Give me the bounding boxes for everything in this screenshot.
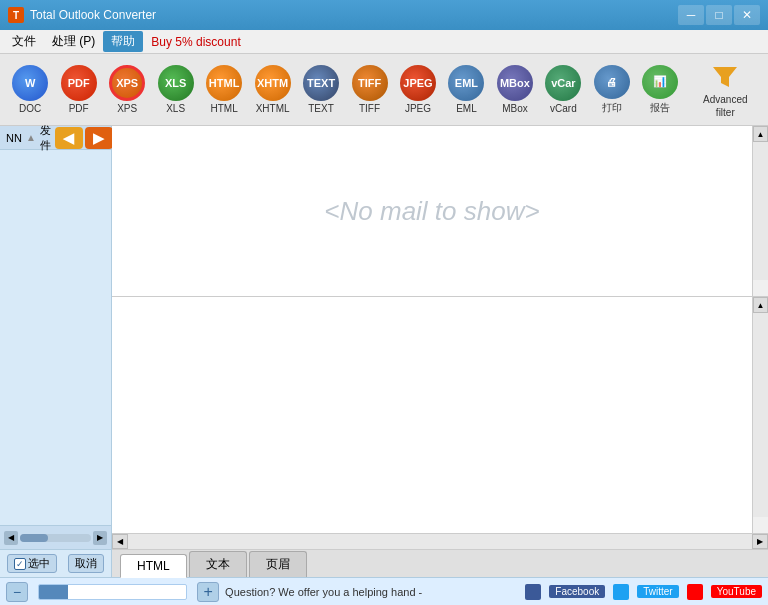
report-label: 报告	[650, 101, 670, 115]
facebook-icon	[525, 584, 541, 600]
select-button[interactable]: 选中	[7, 554, 57, 573]
scroll-left-arrow[interactable]: ◀	[4, 531, 18, 545]
print-label: 打印	[602, 101, 622, 115]
toolbar-btn-vcard[interactable]: vCarvCard	[541, 60, 585, 120]
advanced-filter-button[interactable]: Advanced filter	[691, 57, 761, 123]
toolbar-btn-jpeg[interactable]: JPEGJPEG	[396, 60, 440, 120]
pdf-label: PDF	[69, 103, 89, 114]
toolbar-btn-doc[interactable]: WDOC	[8, 60, 52, 120]
no-mail-text: <No mail to show>	[324, 196, 539, 227]
horiz-scroll-track	[128, 534, 752, 549]
advanced-filter-label: Advanced filter	[699, 93, 753, 119]
toolbar-btn-xps[interactable]: XPSXPS	[105, 60, 149, 120]
jpeg-icon: JPEG	[400, 65, 436, 101]
preview-horiz-scrollbar[interactable]: ◀ ▶	[112, 533, 768, 549]
vert-scroll-up[interactable]: ▲	[753, 126, 768, 142]
vert-scroll-track	[753, 142, 768, 280]
toolbar-btn-xhtml[interactable]: XHTMXHTML	[250, 60, 294, 120]
bottom-tabs: HTML 文本 页眉	[0, 549, 768, 577]
progress-bar	[38, 584, 187, 600]
toolbar-btn-tiff[interactable]: TIFFTIFF	[347, 60, 391, 120]
twitter-link[interactable]: Twitter	[637, 585, 678, 598]
doc-label: DOC	[19, 103, 41, 114]
toolbar-btn-print[interactable]: 🖨打印	[590, 60, 634, 120]
tiff-label: TIFF	[359, 103, 380, 114]
horizontal-scrollbar-thumb	[20, 534, 48, 542]
decrement-button[interactable]: −	[6, 582, 28, 602]
tab-html[interactable]: HTML	[120, 554, 187, 578]
xhtml-label: XHTML	[256, 103, 290, 114]
xps-label: XPS	[117, 103, 137, 114]
toolbar: WDOCPDFPDFXPSXPSXLSXLSHTMLHTMLXHTMXHTMLT…	[0, 54, 768, 126]
toolbar-btn-mbox[interactable]: MBoxMBox	[493, 60, 537, 120]
mail-preview-content	[112, 297, 752, 533]
doc-icon: W	[12, 65, 48, 101]
progress-fill	[39, 585, 68, 599]
left-bottom-buttons: 选中 取消	[0, 549, 112, 577]
horizontal-scrollbar-track[interactable]	[20, 534, 91, 542]
tab-page[interactable]: 页眉	[249, 551, 307, 577]
xls-icon: XLS	[158, 65, 194, 101]
vcard-label: vCard	[550, 103, 577, 114]
toolbar-btn-text[interactable]: TEXTTEXT	[299, 60, 343, 120]
preview-scroll-up[interactable]: ▲	[753, 297, 768, 313]
left-panel-header: NN ▲ 发件 ◀ ▶	[0, 126, 111, 150]
social-links: Facebook Twitter YouTube	[525, 584, 762, 600]
toolbar-btn-eml[interactable]: EMLEML	[444, 60, 488, 120]
mbox-label: MBox	[502, 103, 528, 114]
nav-arrow-left-button[interactable]: ◀	[55, 127, 83, 149]
maximize-button[interactable]: □	[706, 5, 732, 25]
preview-vert-scrollbar[interactable]: ▲ ▼	[752, 297, 768, 533]
select-label: 选中	[28, 556, 50, 571]
youtube-link[interactable]: YouTube	[711, 585, 762, 598]
nav-arrow-right-button[interactable]: ▶	[85, 127, 113, 149]
title-bar-text: Total Outlook Converter	[30, 8, 678, 22]
toolbar-btn-report[interactable]: 📊报告	[638, 60, 682, 120]
preview-scroll-track	[753, 313, 768, 517]
tab-text[interactable]: 文本	[189, 551, 247, 577]
eml-label: EML	[456, 103, 477, 114]
right-panel: <No mail to show> ▲ ▼ ▲ ▼ ◀ ▶	[112, 126, 768, 549]
toolbar-btn-pdf[interactable]: PDFPDF	[56, 60, 100, 120]
pdf-icon: PDF	[61, 65, 97, 101]
menu-discount[interactable]: Buy 5% discount	[143, 33, 248, 51]
right-vert-scrollbar[interactable]: ▲ ▼	[752, 126, 768, 296]
col-mail: 发件	[40, 123, 51, 153]
toolbar-btn-html[interactable]: HTMLHTML	[202, 60, 246, 120]
print-icon: 🖨	[594, 65, 630, 99]
vcard-icon: vCar	[545, 65, 581, 101]
left-panel: NN ▲ 发件 ◀ ▶ ◀ ▶	[0, 126, 112, 549]
eml-icon: EML	[448, 65, 484, 101]
cancel-button[interactable]: 取消	[68, 554, 104, 573]
scroll-right-arrow[interactable]: ▶	[93, 531, 107, 545]
youtube-icon	[687, 584, 703, 600]
filter-icon	[709, 61, 741, 93]
mbox-icon: MBox	[497, 65, 533, 101]
menu-bar: 文件 处理 (P) 帮助 Buy 5% discount	[0, 30, 768, 54]
toolbar-btn-xls[interactable]: XLSXLS	[153, 60, 197, 120]
text-icon: TEXT	[303, 65, 339, 101]
close-button[interactable]: ✕	[734, 5, 760, 25]
facebook-link[interactable]: Facebook	[549, 585, 605, 598]
left-panel-content[interactable]	[0, 150, 111, 525]
xhtml-icon: XHTM	[255, 65, 291, 101]
status-text: Question? We offer you a helping hand -	[225, 586, 519, 598]
menu-process[interactable]: 处理 (P)	[44, 31, 103, 52]
horiz-scroll-right[interactable]: ▶	[752, 534, 768, 549]
horiz-scroll-left[interactable]: ◀	[112, 534, 128, 549]
xls-label: XLS	[166, 103, 185, 114]
col-nn: NN	[6, 132, 22, 144]
report-icon: 📊	[642, 65, 678, 99]
app-icon: T	[8, 7, 24, 23]
twitter-icon	[613, 584, 629, 600]
menu-file[interactable]: 文件	[4, 31, 44, 52]
main-content: NN ▲ 发件 ◀ ▶ ◀ ▶ <No mail to show> ▲	[0, 126, 768, 549]
html-icon: HTML	[206, 65, 242, 101]
sort-icon: ▲	[26, 132, 36, 143]
minimize-button[interactable]: ─	[678, 5, 704, 25]
increment-button[interactable]: +	[197, 582, 219, 602]
svg-marker-0	[713, 67, 737, 87]
title-bar: T Total Outlook Converter ─ □ ✕	[0, 0, 768, 30]
menu-help[interactable]: 帮助	[103, 31, 143, 52]
nav-arrows: ◀ ▶	[55, 127, 117, 149]
